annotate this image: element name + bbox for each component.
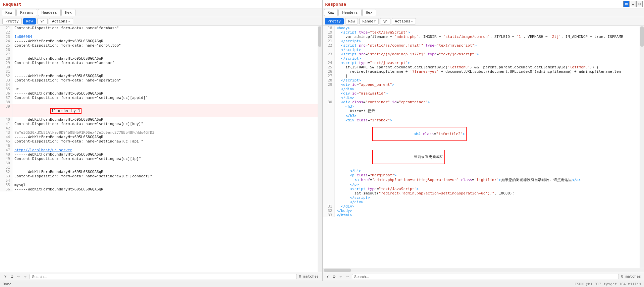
- code-line: 27 }: [323, 74, 640, 78]
- code-line: </script>: [323, 195, 640, 200]
- code-line: 51: [0, 165, 318, 170]
- code-line: setTimeout("redirect('admin.php?action=s…: [323, 191, 640, 195]
- status-bar-done: Done: [3, 282, 12, 286]
- request-pretty-btn[interactable]: Pretty: [2, 18, 22, 24]
- request-tab-params[interactable]: Params: [16, 9, 37, 16]
- code-line: 49Content-Disposition: form-data; name="…: [0, 157, 318, 161]
- code-line: 31 </div>: [323, 204, 640, 209]
- request-settings-icon[interactable]: ⚙: [10, 274, 14, 279]
- status-bar: Done CSDN @b1_913 tyxget 164 millis: [0, 281, 644, 287]
- response-hscrollbar-thumb[interactable]: [324, 269, 351, 272]
- code-line: 45Content-Disposition: form-data; name="…: [0, 139, 318, 144]
- code-line: 33</html>: [323, 213, 640, 217]
- code-line: 24 <script type="text/javascript">: [323, 61, 640, 65]
- code-line: 55mysql: [0, 183, 318, 187]
- code-line: 18<body>: [323, 26, 640, 30]
- code-line: 31: [0, 69, 318, 74]
- response-actions-label: Actions: [395, 19, 410, 23]
- response-tab-headers[interactable]: Headers: [338, 9, 361, 16]
- response-ln-btn[interactable]: \n: [380, 18, 390, 24]
- response-actions-arrow: ▾: [411, 20, 413, 23]
- code-line: 29Content-Disposition: form-data; name="…: [0, 61, 318, 65]
- request-tab-hex[interactable]: Hex: [61, 9, 75, 16]
- code-line: 50: [0, 161, 318, 165]
- code-line: 26 redirect(admincpfilename + '?frames=y…: [323, 69, 640, 74]
- code-line: 30: [0, 65, 318, 69]
- code-line: 46: [0, 144, 318, 148]
- request-ln-btn[interactable]: \n: [37, 18, 48, 24]
- request-bottom-bar: ? ⚙ ← → 0 matches: [0, 272, 322, 281]
- response-raw-btn[interactable]: Raw: [345, 18, 358, 24]
- list-view-icon[interactable]: ≡: [630, 1, 636, 7]
- code-line: <div id="ajaxwaitid">: [323, 91, 640, 96]
- response-matches-text: 0 matches: [621, 274, 641, 279]
- response-back-icon[interactable]: ←: [338, 274, 343, 279]
- response-hscrollbar[interactable]: [323, 268, 644, 272]
- request-toolbar: Pretty Raw \n Actions ▾: [0, 17, 322, 26]
- response-render-btn[interactable]: Render: [359, 18, 379, 24]
- code-line: 33Content-Disposition: form-data; name="…: [0, 78, 318, 82]
- response-code-area[interactable]: 18<body> 19 <script type="text/JavaScrip…: [323, 26, 640, 268]
- code-line: 28 </script>: [323, 78, 640, 82]
- response-tab-hex[interactable]: Hex: [362, 9, 376, 16]
- code-line: 42: [0, 126, 318, 130]
- code-line: </div>: [323, 200, 640, 204]
- response-forward-icon[interactable]: →: [345, 274, 350, 279]
- code-line: 30 <div class="container" id="cpcontaine…: [323, 100, 640, 104]
- split-view-icon[interactable]: ⊡: [636, 1, 643, 7]
- request-scrollbar[interactable]: [318, 26, 322, 272]
- code-line: 48------WebKitFormBoundaryHtx695L0S8GQA6…: [0, 152, 318, 157]
- response-tab-raw[interactable]: Raw: [324, 9, 338, 16]
- response-scrollbar-thumb[interactable]: [640, 26, 644, 47]
- code-line: 22: [0, 30, 318, 35]
- request-matches-text: 0 matches: [299, 274, 319, 279]
- request-search-input[interactable]: [30, 274, 297, 279]
- request-tab-raw[interactable]: Raw: [2, 9, 16, 16]
- code-line: 47http://localhost/uc_server: [0, 148, 318, 152]
- response-help-icon[interactable]: ?: [325, 274, 330, 279]
- code-line: 27: [0, 52, 318, 56]
- code-line: Discuz! 提示: [323, 109, 640, 114]
- request-back-icon[interactable]: ←: [16, 274, 21, 279]
- code-line: 40------WebKitFormBoundaryHtx695L0S8GQA6…: [0, 117, 318, 122]
- code-line: </script>: [323, 48, 640, 52]
- response-pretty-btn[interactable]: Pretty: [325, 18, 344, 24]
- code-line: 25 if(ISFRAME && !parent.document.getEle…: [323, 65, 640, 69]
- code-line: </div>: [323, 87, 640, 91]
- request-forward-icon[interactable]: →: [23, 274, 28, 279]
- code-line: 21 </script>: [323, 39, 640, 43]
- code-line-response-highlighted: <h4 class="infotitle2">: [323, 122, 640, 146]
- code-line: <div class="infobox">: [323, 118, 640, 122]
- code-line: 32</body>: [323, 209, 640, 213]
- code-line: 53Content-Disposition: form-data; name="…: [0, 174, 318, 178]
- code-line: </h3>: [323, 114, 640, 118]
- request-actions-arrow: ▾: [68, 20, 70, 23]
- code-line: 26: [0, 48, 318, 52]
- request-code-area[interactable]: 21Content-Disposition: form-data; name="…: [0, 26, 318, 272]
- code-line: 22 <script src="static/js/common.js?Ztj"…: [323, 43, 640, 48]
- code-line: </h4>: [323, 169, 640, 173]
- code-line: 20 var admincpfilename = 'admin.php', IM…: [323, 35, 640, 39]
- grid-view-icon[interactable]: ▦: [623, 1, 630, 7]
- code-line: 41Content-Disposition: form-data; name="…: [0, 122, 318, 126]
- response-search-input[interactable]: [352, 274, 619, 279]
- response-settings-icon[interactable]: ⚙: [332, 274, 336, 279]
- request-tab-bar: Raw Params Headers Hex: [0, 8, 322, 17]
- code-line: 437aYe3G530xdXb81Alkev9D94bQ8HbV1K0Sex47…: [0, 130, 318, 135]
- response-bottom-bar: ? ⚙ ← → 0 matches: [323, 272, 644, 281]
- code-line: 231a866084: [0, 35, 318, 39]
- code-line: 35uc: [0, 87, 318, 91]
- response-actions-btn[interactable]: Actions ▾: [392, 18, 416, 24]
- code-line: 36------WebKitFormBoundaryHtx695L0S8GQA6…: [0, 91, 318, 96]
- request-actions-btn[interactable]: Actions ▾: [49, 18, 73, 24]
- request-help-icon[interactable]: ?: [3, 274, 8, 279]
- status-bar-info: CSDN @b1_913 tyxget 164 millis: [575, 282, 641, 286]
- code-line: 52------WebKitFormBoundaryHtx695L0S8GQA6…: [0, 170, 318, 174]
- code-line: <a href="admin.php?action=setting&operat…: [323, 177, 640, 182]
- request-scrollbar-thumb[interactable]: [318, 26, 321, 47]
- request-raw-btn[interactable]: Raw: [23, 18, 36, 24]
- request-tab-headers[interactable]: Headers: [38, 9, 61, 16]
- request-actions-label: Actions: [52, 19, 67, 23]
- code-line-highlighted: 39 1' order by 1: [0, 104, 318, 117]
- response-scrollbar[interactable]: [640, 26, 644, 268]
